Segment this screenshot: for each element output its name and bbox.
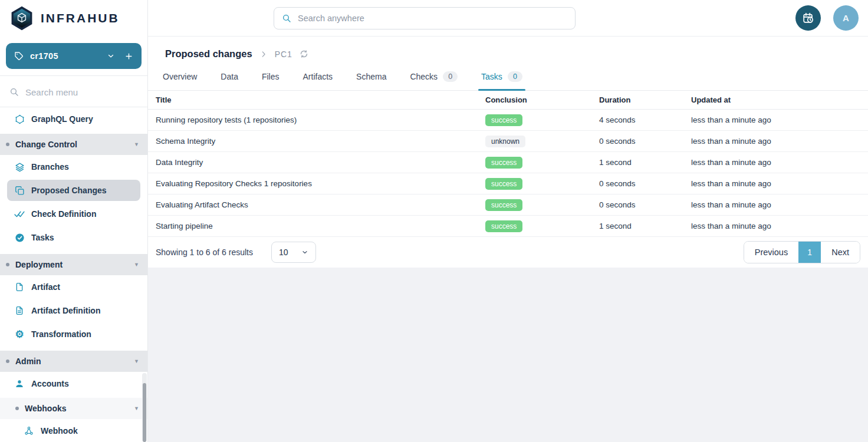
group-bullet-icon (6, 263, 9, 266)
file-lines-icon (14, 306, 25, 315)
task-title: Starting pipeline (156, 222, 485, 230)
add-branch-button[interactable] (124, 52, 133, 61)
sidebar-item-graphql-query[interactable]: GraphQL Query (0, 107, 147, 131)
sidebar-group-label: Webhooks (25, 404, 67, 413)
sidebar-item-tasks[interactable]: Tasks (0, 226, 147, 249)
task-title: Running repository tests (1 repositories… (156, 116, 485, 124)
table-row[interactable]: Data Integrity success 1 second less tha… (148, 152, 868, 173)
sidebar-item-label: Accounts (31, 379, 69, 388)
sidebar-item-check-definition[interactable]: Check Definition (0, 202, 147, 226)
column-header-title: Title (156, 95, 485, 104)
sidebar-item-webhook[interactable]: Webhook (0, 419, 147, 442)
task-updated: less than a minute ago (691, 116, 868, 124)
task-duration: 0 seconds (599, 137, 691, 146)
tab-tasks[interactable]: Tasks 0 (481, 63, 522, 90)
sidebar-item-accounts[interactable]: Accounts (0, 372, 147, 395)
pagination: Showing 1 to 6 of 6 results 10 Previous … (148, 237, 868, 268)
status-badge: success (485, 178, 522, 190)
task-title: Schema Integrity (156, 137, 485, 146)
previous-page-button[interactable]: Previous (744, 242, 798, 263)
sidebar-item-label: Proposed Changes (31, 186, 107, 195)
refresh-icon[interactable] (300, 50, 308, 58)
sidebar: INFRAHUB cr1705 (0, 0, 148, 442)
sidebar-group-webhooks[interactable]: Webhooks ▼ (0, 398, 147, 419)
sidebar-scrollbar-thumb[interactable] (143, 383, 146, 442)
calendar-clock-icon (802, 12, 815, 25)
tab-files[interactable]: Files (262, 63, 280, 90)
tab-data[interactable]: Data (221, 63, 238, 90)
chevron-down-icon: ▼ (134, 405, 139, 411)
task-duration: 0 seconds (599, 200, 691, 209)
global-search-input[interactable] (298, 14, 567, 23)
sidebar-item-artifact[interactable]: Artifact (0, 275, 147, 299)
group-bullet-icon (6, 143, 9, 146)
table-row[interactable]: Evaluating Repository Checks 1 repositor… (148, 173, 868, 194)
column-header-duration: Duration (599, 95, 691, 104)
sidebar-group-deployment[interactable]: Deployment ▼ (0, 254, 147, 275)
task-updated: less than a minute ago (691, 158, 868, 167)
webhook-icon (24, 426, 34, 436)
chevron-down-icon (301, 249, 308, 256)
sidebar-divider (0, 75, 147, 76)
sidebar-item-artifact-definition[interactable]: Artifact Definition (0, 299, 147, 322)
next-page-button[interactable]: Next (821, 242, 860, 263)
branch-selector[interactable]: cr1705 (6, 43, 142, 69)
empty-content-area (148, 268, 868, 442)
task-updated: less than a minute ago (691, 179, 868, 188)
current-page-button[interactable]: 1 (798, 242, 821, 263)
status-badge: success (485, 157, 522, 169)
page-size-select[interactable]: 10 (271, 242, 316, 263)
tab-bar: Overview Data Files Artifacts Schema Che… (148, 63, 868, 91)
sidebar-group-label: Change Control (15, 140, 77, 149)
sidebar-nav: GraphQL Query Change Control ▼ Branches … (0, 107, 147, 442)
table-row[interactable]: Starting pipeline success 1 second less … (148, 216, 868, 237)
task-updated: less than a minute ago (691, 200, 868, 209)
status-badge: success (485, 114, 522, 126)
top-bar: A (148, 0, 868, 37)
schedule-button[interactable] (795, 5, 821, 31)
branch-chevron-down-icon[interactable] (107, 52, 115, 60)
column-header-conclusion: Conclusion (485, 95, 599, 104)
sidebar-group-change-control[interactable]: Change Control ▼ (0, 134, 147, 155)
branches-layers-icon (14, 162, 25, 172)
sidebar-item-transformation[interactable]: ⚙ Transformation (0, 322, 147, 346)
sidebar-item-label: Check Definition (31, 209, 96, 219)
sidebar-item-label: Artifact (31, 282, 60, 292)
sidebar-group-admin[interactable]: Admin ▼ (0, 351, 147, 372)
tab-overview[interactable]: Overview (163, 63, 197, 90)
chevron-right-icon (259, 50, 268, 58)
sidebar-item-branches[interactable]: Branches (0, 155, 147, 179)
proposed-changes-copy-icon (14, 186, 25, 196)
avatar-initial: A (843, 13, 849, 23)
table-header: Title Conclusion Duration Updated at (148, 91, 868, 110)
file-icon (14, 282, 25, 292)
user-avatar[interactable]: A (833, 5, 859, 31)
group-bullet-icon (6, 359, 9, 363)
task-title: Evaluating Artifact Checks (156, 200, 485, 209)
sidebar-item-label: Transformation (31, 329, 91, 339)
results-summary: Showing 1 to 6 of 6 results (156, 248, 253, 257)
double-check-icon (14, 209, 25, 219)
topbar-actions: A (795, 5, 859, 31)
pager: Previous 1 Next (744, 241, 860, 263)
table-row[interactable]: Evaluating Artifact Checks success 0 sec… (148, 194, 868, 216)
breadcrumb: Proposed changes PC1 (148, 37, 868, 60)
sidebar-search[interactable] (9, 82, 138, 102)
global-search[interactable] (274, 7, 576, 29)
gear-icon: ⚙ (14, 329, 25, 339)
graphql-icon (14, 114, 25, 124)
sidebar-item-proposed-changes[interactable]: Proposed Changes (0, 179, 147, 202)
table-row[interactable]: Running repository tests (1 repositories… (148, 110, 868, 131)
group-bullet-icon (15, 407, 19, 410)
brand-logo[interactable]: INFRAHUB (0, 0, 147, 31)
tab-count-badge: 0 (443, 71, 458, 82)
table-row[interactable]: Schema Integrity unknown 0 seconds less … (148, 131, 868, 152)
tab-checks[interactable]: Checks 0 (410, 63, 458, 90)
sidebar-item-label: Artifact Definition (31, 306, 100, 315)
page-title: Proposed changes (165, 48, 252, 60)
sidebar-search-input[interactable] (25, 87, 138, 97)
tab-schema[interactable]: Schema (356, 63, 386, 90)
tab-artifacts[interactable]: Artifacts (303, 63, 333, 90)
task-title: Data Integrity (156, 158, 485, 167)
task-updated: less than a minute ago (691, 222, 868, 230)
